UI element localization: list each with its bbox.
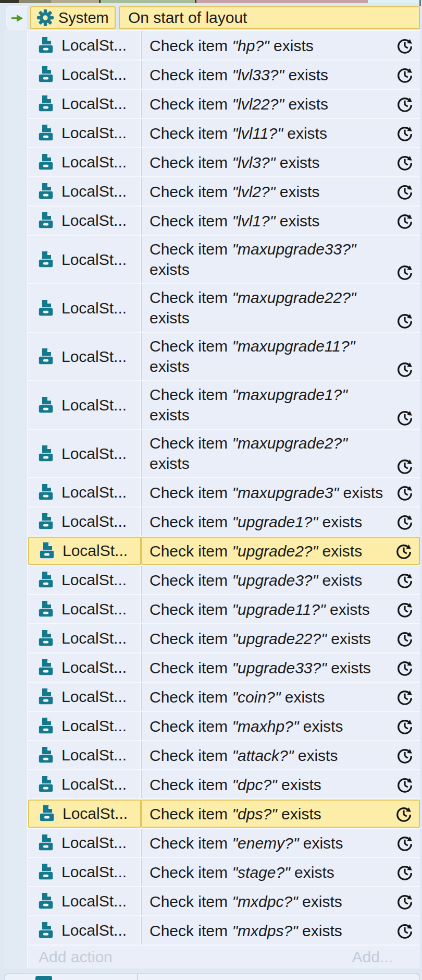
action-text-cell[interactable]: Check item "upgrade11?" exists (141, 595, 420, 623)
action-item-name: "lvl3?" (232, 154, 275, 171)
action-object-cell[interactable]: LocalSt... (28, 595, 141, 623)
action-text-cell[interactable]: Check item "maxupgrade3" exists (141, 478, 420, 506)
add-more-link[interactable]: Add... (352, 948, 393, 966)
event-object-cell[interactable]: System (30, 6, 116, 29)
action-row[interactable]: LocalSt... Check item "stage?" exists (28, 857, 420, 886)
action-text-cell[interactable]: Check item "attack?" exists (141, 741, 420, 769)
action-row[interactable]: LocalSt... Check item "maxupgrade11?" ex… (28, 332, 420, 380)
action-object-cell[interactable]: LocalSt... (28, 566, 141, 594)
action-text-cell[interactable]: Check item "lvl2?" exists (141, 177, 420, 205)
event-condition-cell[interactable]: On start of layout (119, 6, 420, 29)
action-row[interactable]: LocalSt... Check item "upgrade33?" exist… (28, 652, 420, 682)
action-text-cell[interactable]: Check item "upgrade1?" exists (141, 507, 420, 536)
action-text-cell[interactable]: Check item "lvl22?" exists (141, 90, 420, 118)
action-row[interactable]: LocalSt... Check item "maxupgrade1?" exi… (28, 380, 420, 429)
action-row[interactable]: LocalSt... Check item "lvl22?" exists (28, 89, 420, 118)
action-row[interactable]: LocalSt... Check item "upgrade3?" exists (28, 565, 420, 594)
action-row[interactable]: LocalSt... Check item "mxdpc?" exists (28, 886, 420, 915)
action-object-cell[interactable]: LocalSt... (28, 31, 141, 59)
action-row[interactable]: LocalSt... Check item "mxdps?" exists (28, 915, 420, 945)
action-text-cell[interactable]: Check item "upgrade2?" exists (141, 537, 420, 565)
action-text: Check item "lvl33?" exists (142, 65, 328, 85)
action-row[interactable]: LocalSt... Check item "coin?" exists (28, 682, 420, 711)
action-object-cell[interactable]: LocalSt... (28, 177, 141, 205)
action-object-cell[interactable]: LocalSt... (28, 507, 141, 536)
action-row[interactable]: LocalSt... Check item "lvl1?" exists (28, 205, 420, 235)
action-object-cell[interactable]: LocalSt... (28, 119, 141, 147)
action-row[interactable]: LocalSt... Check item "maxupgrade22?" ex… (28, 283, 420, 332)
action-text-cell[interactable]: Check item "maxupgrade1?" exists (141, 381, 420, 429)
action-text-cell[interactable]: Check item "upgrade22?" exists (141, 624, 420, 652)
action-item-name: "maxupgrade22?" (232, 289, 356, 306)
action-object-cell[interactable]: LocalSt... (28, 712, 141, 740)
add-action-link[interactable]: Add action (28, 948, 113, 966)
action-row[interactable]: LocalSt... Check item "upgrade2?" exists (28, 536, 420, 565)
event-margin-box[interactable] (6, 6, 28, 30)
action-item-name: "lvl33?" (232, 66, 284, 83)
action-text-cell[interactable]: Check item "mxdpc?" exists (141, 887, 420, 915)
action-row[interactable]: LocalSt... Check item "maxupgrade33?" ex… (28, 235, 420, 283)
action-row[interactable]: LocalSt... Check item "lvl2?" exists (28, 176, 420, 205)
action-object-cell[interactable]: LocalSt... (28, 537, 141, 565)
action-object-cell[interactable]: LocalSt... (28, 916, 141, 945)
action-text-cell[interactable]: Check item "dps?" exists (141, 800, 420, 828)
event-header-row[interactable]: System On start of layout (4, 5, 420, 30)
action-text-cell[interactable]: Check item "maxhp?" exists (141, 712, 420, 740)
action-row[interactable]: LocalSt... Check item "lvl33?" exists (28, 59, 420, 89)
action-row[interactable]: LocalSt... Check item "enemy?" exists (28, 828, 420, 857)
action-row[interactable]: LocalSt... Check item "maxupgrade2?" exi… (28, 429, 420, 477)
action-text-cell[interactable]: Check item "maxupgrade11?" exists (141, 333, 420, 380)
action-row[interactable]: LocalSt... Check item "dpc?" exists (28, 769, 420, 798)
next-event-block[interactable] (4, 973, 420, 980)
action-object-cell[interactable]: LocalSt... (28, 430, 141, 477)
action-object-cell[interactable]: LocalSt... (28, 333, 141, 380)
action-text-cell[interactable]: Check item "coin?" exists (141, 683, 420, 711)
action-row[interactable]: LocalSt... Check item "maxupgrade3" exis… (28, 477, 420, 506)
action-text-cell[interactable]: Check item "maxupgrade33?" exists (141, 236, 420, 283)
action-text-cell[interactable]: Check item "maxupgrade22?" exists (141, 284, 420, 332)
action-row[interactable]: LocalSt... Check item "maxhp?" exists (28, 711, 420, 740)
action-row[interactable]: LocalSt... Check item "dps?" exists (28, 798, 420, 828)
action-object-cell[interactable]: LocalSt... (28, 654, 141, 682)
action-object-cell[interactable]: LocalSt... (28, 61, 141, 89)
action-object-cell[interactable]: LocalSt... (28, 624, 141, 652)
action-object-cell[interactable]: LocalSt... (28, 858, 141, 886)
action-object-cell[interactable]: LocalSt... (28, 829, 141, 857)
action-text-cell[interactable]: Check item "dpc?" exists (141, 770, 420, 798)
action-row[interactable]: LocalSt... Check item "upgrade11?" exist… (28, 594, 420, 623)
action-text-cell[interactable]: Check item "enemy?" exists (141, 829, 420, 857)
action-object-cell[interactable]: LocalSt... (28, 236, 141, 283)
action-object-name: LocalSt... (63, 805, 128, 822)
action-object-cell[interactable]: LocalSt... (28, 284, 141, 332)
action-object-name: LocalSt... (61, 600, 127, 618)
action-text-cell[interactable]: Check item "upgrade33?" exists (141, 654, 420, 682)
action-object-cell[interactable]: LocalSt... (28, 90, 141, 118)
action-row[interactable]: LocalSt... Check item "lvl3?" exists (28, 147, 420, 176)
action-text-prefix: Check item (150, 37, 228, 54)
action-object-cell[interactable]: LocalSt... (28, 381, 141, 429)
action-object-cell[interactable]: LocalSt... (28, 770, 141, 798)
action-object-cell[interactable]: LocalSt... (28, 148, 141, 176)
action-text-cell[interactable]: Check item "upgrade3?" exists (141, 566, 420, 594)
action-text-cell[interactable]: Check item "stage?" exists (141, 858, 420, 886)
action-text-cell[interactable]: Check item "lvl3?" exists (141, 148, 420, 176)
action-object-cell[interactable]: LocalSt... (28, 207, 141, 235)
action-object-cell[interactable]: LocalSt... (28, 800, 141, 828)
action-item-name: "lvl1?" (232, 212, 275, 229)
action-text-cell[interactable]: Check item "hp?" exists (141, 31, 420, 59)
action-text-cell[interactable]: Check item "lvl11?" exists (141, 119, 420, 147)
action-text-cell[interactable]: Check item "maxupgrade2?" exists (141, 430, 420, 477)
action-row[interactable]: LocalSt... Check item "attack?" exists (28, 740, 420, 769)
action-row[interactable]: LocalSt... Check item "upgrade1?" exists (28, 506, 420, 536)
action-row[interactable]: LocalSt... Check item "hp?" exists (28, 30, 420, 59)
action-row[interactable]: LocalSt... Check item "lvl11?" exists (28, 118, 420, 147)
action-text-cell[interactable]: Check item "mxdps?" exists (141, 916, 420, 945)
action-object-cell[interactable]: LocalSt... (28, 478, 141, 506)
action-object-cell[interactable]: LocalSt... (28, 887, 141, 915)
action-row[interactable]: LocalSt... Check item "upgrade22?" exist… (28, 623, 420, 652)
action-object-cell[interactable]: LocalSt... (28, 741, 141, 769)
action-text-cell[interactable]: Check item "lvl33?" exists (141, 61, 420, 89)
action-text-cell[interactable]: Check item "lvl1?" exists (141, 207, 420, 235)
add-action-row: Add actionAdd... (28, 945, 420, 969)
action-object-cell[interactable]: LocalSt... (28, 683, 141, 711)
